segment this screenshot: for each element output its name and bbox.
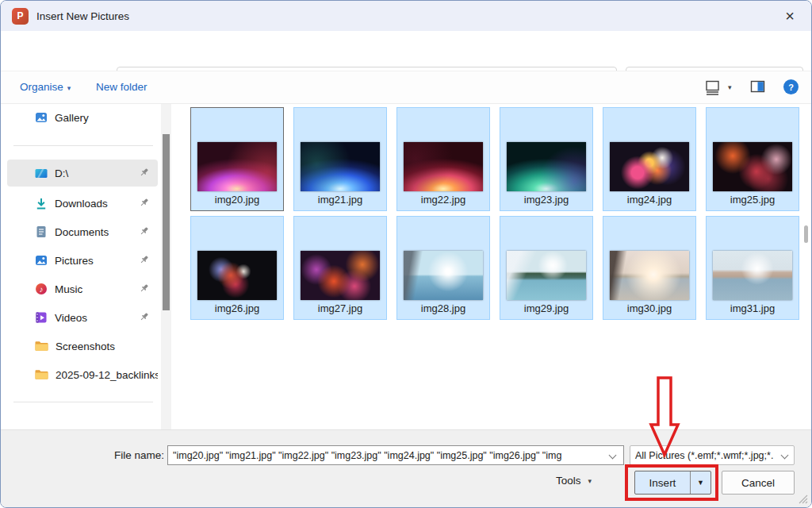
sidebar-item-label: Gallery bbox=[55, 112, 89, 124]
sidebar-item-label: Downloads bbox=[55, 198, 108, 210]
insert-button-label: Insert bbox=[635, 477, 690, 489]
cancel-button-label: Cancel bbox=[741, 477, 775, 489]
file-tile-img24[interactable]: img24.jpg bbox=[603, 107, 696, 211]
file-name-label: img24.jpg bbox=[603, 194, 695, 206]
navigation-pane: Gallery D:\ Downloads bbox=[1, 104, 174, 429]
sidebar-item-label: Screenshots bbox=[56, 341, 115, 352]
view-mode-caret-icon[interactable]: ▾ bbox=[728, 83, 732, 91]
thumbnail-img21 bbox=[301, 142, 380, 191]
file-tile-img28[interactable]: img28.jpg bbox=[396, 216, 490, 320]
thumbnail-img22 bbox=[404, 142, 483, 191]
sidebar-separator bbox=[13, 145, 153, 146]
file-name-label: img25.jpg bbox=[707, 194, 799, 206]
cancel-button[interactable]: Cancel bbox=[722, 471, 795, 495]
sidebar-scrollbar-thumb[interactable] bbox=[163, 134, 170, 310]
thumbnail-img30 bbox=[610, 251, 689, 300]
documents-icon bbox=[35, 225, 48, 238]
resize-grip-icon[interactable] bbox=[799, 495, 808, 504]
file-name-label: img28.jpg bbox=[397, 302, 489, 314]
file-name-label: img30.jpg bbox=[603, 302, 695, 314]
music-icon: ♪ bbox=[35, 283, 48, 295]
organise-caret-icon: ▾ bbox=[67, 84, 71, 92]
file-name-label: img31.jpg bbox=[707, 302, 799, 314]
view-mode-icon[interactable] bbox=[705, 80, 720, 95]
sidebar-item-music[interactable]: ♪ Music bbox=[7, 275, 158, 302]
sidebar-item-pictures[interactable]: Pictures bbox=[7, 247, 158, 274]
command-toolbar: Organise▾ New folder ▾ ? bbox=[1, 71, 811, 104]
videos-icon bbox=[35, 311, 48, 324]
insert-button[interactable]: Insert ▼ bbox=[634, 471, 711, 495]
sidebar-item-videos[interactable]: Videos bbox=[7, 304, 158, 331]
tools-caret-icon: ▾ bbox=[588, 477, 592, 485]
navigation-row: ← → ↑ D:\ images bbox=[1, 31, 811, 71]
sidebar-item-downloads[interactable]: Downloads bbox=[7, 190, 158, 217]
sidebar-item-label: Documents bbox=[55, 226, 109, 238]
file-tile-img27[interactable]: img27.jpg bbox=[293, 216, 387, 320]
file-tile-img25[interactable]: img25.jpg bbox=[706, 107, 799, 211]
help-icon[interactable]: ? bbox=[783, 79, 799, 94]
sidebar-item-screenshots[interactable]: Screenshots bbox=[7, 333, 158, 360]
main-scrollbar-thumb[interactable] bbox=[804, 225, 808, 243]
thumbnail-img31 bbox=[713, 251, 792, 300]
insert-pictures-dialog: P Insert New Pictures × ← → ↑ D:\ images bbox=[0, 0, 812, 508]
file-tile-img30[interactable]: img30.jpg bbox=[603, 216, 696, 320]
thumbnail-img25 bbox=[713, 142, 792, 191]
file-type-select[interactable]: All Pictures (*.emf;*.wmf;*.jpg;*. bbox=[630, 445, 795, 465]
preview-pane-icon[interactable] bbox=[750, 80, 765, 94]
thumbnail-img29 bbox=[507, 251, 586, 300]
gallery-icon bbox=[35, 111, 48, 124]
dialog-footer bbox=[1, 429, 811, 508]
file-type-value: All Pictures (*.emf;*.wmf;*.jpg;*. bbox=[635, 450, 773, 461]
file-name-label: img23.jpg bbox=[500, 194, 592, 206]
sidebar-item-documents[interactable]: Documents bbox=[7, 218, 158, 245]
tools-menu[interactable]: Tools ▾ bbox=[556, 475, 592, 487]
thumbnail-img26 bbox=[197, 251, 277, 300]
file-tile-img20[interactable]: img20.jpg bbox=[190, 107, 284, 211]
folder-icon bbox=[35, 369, 48, 380]
pin-icon bbox=[138, 283, 150, 294]
svg-text:♪: ♪ bbox=[40, 285, 44, 294]
file-name-label: img26.jpg bbox=[191, 302, 283, 314]
sidebar-item-label: Videos bbox=[55, 312, 87, 324]
file-tile-img31[interactable]: img31.jpg bbox=[706, 216, 799, 320]
insert-split-caret-icon[interactable]: ▼ bbox=[691, 479, 710, 487]
powerpoint-icon: P bbox=[12, 8, 29, 25]
file-tile-img21[interactable]: img21.jpg bbox=[293, 107, 387, 211]
thumbnail-img27 bbox=[301, 251, 380, 300]
file-name-label: img21.jpg bbox=[294, 194, 386, 206]
tools-label: Tools bbox=[556, 475, 581, 487]
thumbnail-img20 bbox=[197, 142, 277, 191]
title-bar: P Insert New Pictures × bbox=[1, 1, 811, 31]
new-folder-button[interactable]: New folder bbox=[96, 81, 147, 93]
file-name-label: img27.jpg bbox=[294, 302, 386, 314]
sidebar-item-d-drive[interactable]: D:\ bbox=[7, 160, 158, 187]
pin-icon bbox=[138, 311, 150, 323]
file-tile-img26[interactable]: img26.jpg bbox=[190, 216, 284, 320]
file-name-field-label: File name: bbox=[114, 449, 164, 461]
sidebar-item-label: 2025-09-12_backlinks_f bbox=[56, 369, 158, 381]
sidebar-item-label: Music bbox=[55, 283, 82, 295]
file-tile-img23[interactable]: img23.jpg bbox=[500, 107, 593, 211]
downloads-icon bbox=[35, 198, 48, 210]
file-name-label: img20.jpg bbox=[191, 194, 283, 206]
file-tile-img22[interactable]: img22.jpg bbox=[396, 107, 490, 211]
thumbnail-img28 bbox=[404, 251, 483, 300]
folder-icon bbox=[35, 341, 48, 352]
sidebar-item-label: Pictures bbox=[55, 255, 94, 267]
sidebar-item-label: D:\ bbox=[55, 167, 68, 179]
pictures-icon bbox=[35, 254, 48, 267]
file-tile-img29[interactable]: img29.jpg bbox=[500, 216, 593, 320]
pin-icon bbox=[138, 197, 150, 209]
drive-icon bbox=[35, 168, 48, 179]
organise-menu[interactable]: Organise▾ bbox=[20, 81, 71, 93]
sidebar-item-backlinks-folder[interactable]: 2025-09-12_backlinks_f bbox=[7, 361, 158, 388]
thumbnail-img23 bbox=[507, 142, 586, 191]
pin-icon bbox=[138, 254, 150, 266]
close-icon[interactable]: × bbox=[776, 3, 803, 29]
file-name-input[interactable] bbox=[167, 445, 624, 465]
file-name-label: img29.jpg bbox=[500, 302, 592, 314]
sidebar-separator bbox=[13, 402, 153, 402]
thumbnail-img24 bbox=[610, 142, 689, 191]
pin-icon bbox=[138, 225, 150, 237]
sidebar-item-gallery[interactable]: Gallery bbox=[7, 104, 158, 131]
